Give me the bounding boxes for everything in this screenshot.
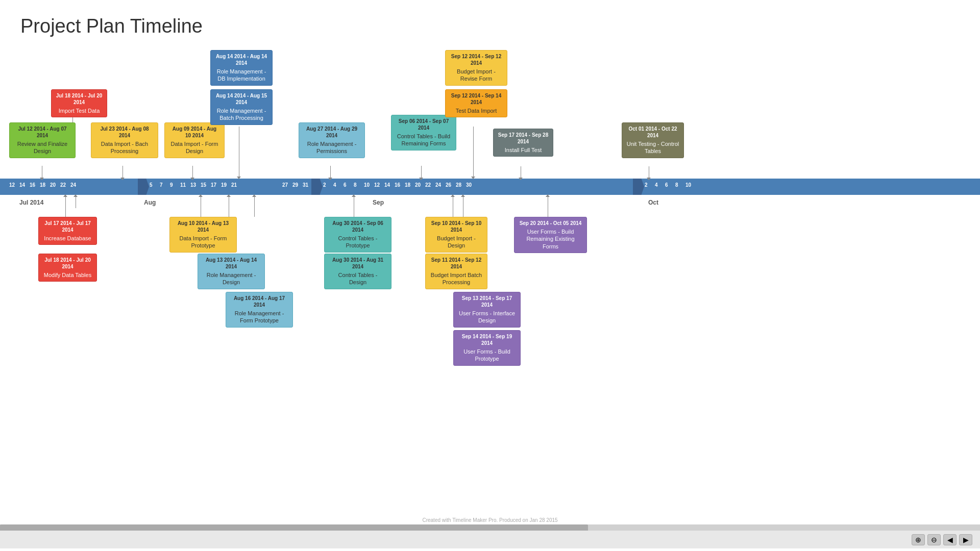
- conn-budget-batch: [463, 195, 463, 217]
- arrow-review: [40, 178, 44, 180]
- arrow-form-design: [190, 178, 194, 180]
- next-button[interactable]: ▶: [959, 534, 972, 545]
- task-role-form-proto[interactable]: Aug 16 2014 - Aug 17 2014 Role Managemen…: [226, 292, 293, 328]
- connector-form-design: [192, 166, 193, 179]
- task-ct-design[interactable]: Aug 30 2014 - Aug 31 2014 Control Tables…: [324, 254, 391, 289]
- task-data-import-form-proto[interactable]: Aug 10 2014 - Aug 13 2014 Data Import - …: [169, 217, 237, 253]
- ruler-section-aug: [138, 179, 149, 195]
- arr-budget-design: [451, 194, 455, 197]
- task-import-test[interactable]: Jul 18 2014 - Jul 20 2014 Import Test Da…: [51, 89, 107, 117]
- ruler-section-oct: [633, 179, 644, 195]
- connector-test-data: [473, 127, 474, 178]
- task-role-db[interactable]: Aug 14 2014 - Aug 14 2014 Role Managemen…: [210, 50, 273, 86]
- task-role-batch[interactable]: Aug 14 2014 - Aug 15 2014 Role Managemen…: [210, 89, 273, 125]
- conn-user-forms: [548, 195, 548, 217]
- task-budget-design[interactable]: Sep 10 2014 - Sep 10 2014 Budget Import …: [425, 217, 487, 253]
- arr-increase-db: [63, 194, 67, 197]
- connector-role-batch: [239, 127, 239, 178]
- arr-role-form-proto: [252, 194, 256, 197]
- conn-role-form-proto: [254, 195, 255, 217]
- arr-budget-batch: [461, 194, 465, 197]
- conn-increase-db: [65, 195, 66, 217]
- connector-ct-remaining: [421, 166, 422, 179]
- connector-batch: [122, 166, 123, 179]
- task-user-forms-proto[interactable]: Sep 14 2014 - Sep 19 2014 User Forms - B…: [453, 330, 521, 366]
- connector-review: [42, 166, 42, 179]
- arr-user-forms: [546, 194, 550, 197]
- conn-modify-tables: [76, 195, 76, 208]
- month-aug: Aug: [144, 199, 156, 206]
- conn-ct-proto: [354, 195, 354, 217]
- arr-modify-tables: [74, 194, 78, 197]
- task-modify-tables[interactable]: Jul 18 2014 - Jul 20 2014 Modify Data Ta…: [38, 254, 97, 282]
- task-data-import-form[interactable]: Aug 09 2014 - Aug 10 2014 Data Import - …: [164, 122, 225, 158]
- prev-button[interactable]: ◀: [943, 534, 957, 545]
- connector-full-test: [521, 166, 521, 179]
- task-ct-prototype[interactable]: Aug 30 2014 - Sep 06 2014 Control Tables…: [324, 217, 391, 253]
- connector-unit-test: [649, 166, 649, 179]
- task-test-data-import[interactable]: Sep 12 2014 - Sep 14 2014 Test Data Impo…: [445, 89, 507, 117]
- month-oct: Oct: [648, 199, 658, 206]
- task-increase-db[interactable]: Jul 17 2014 - Jul 17 2014 Increase Datab…: [38, 217, 97, 245]
- arr-role-design: [227, 194, 231, 197]
- task-user-forms-remaining[interactable]: Sep 20 2014 - Oct 05 2014 User Forms - B…: [514, 217, 587, 253]
- bottom-controls: ⊕ ⊖ ◀ ▶: [0, 531, 980, 548]
- arrow-role-batch: [237, 177, 241, 179]
- task-role-mgmt-design[interactable]: Aug 13 2014 - Aug 14 2014 Role Managemen…: [198, 254, 265, 289]
- task-budget-revise[interactable]: Sep 12 2014 - Sep 12 2014 Budget Import …: [445, 50, 507, 86]
- page: Project Plan Timeline 12 14 16 18 20 22 …: [0, 0, 980, 551]
- task-review-finalize[interactable]: Jul 12 2014 - Aug 07 2014 Review and Fin…: [9, 122, 76, 158]
- arr-form-proto: [199, 194, 203, 197]
- month-sep: Sep: [373, 199, 384, 206]
- arrow-full-test: [519, 178, 523, 180]
- connector-permissions: [330, 166, 331, 179]
- task-ct-remaining[interactable]: Sep 06 2014 - Sep 07 2014 Control Tables…: [391, 115, 456, 151]
- task-user-forms-interface[interactable]: Sep 13 2014 - Sep 17 2014 User Forms - I…: [453, 292, 521, 328]
- task-budget-batch[interactable]: Sep 11 2014 - Sep 12 2014 Budget Import …: [425, 254, 487, 289]
- conn-budget-design: [453, 195, 453, 217]
- timeline-ruler: 12 14 16 18 20 22 24 5 7 9 11 13 15 17 1…: [0, 179, 980, 195]
- page-title: Project Plan Timeline: [20, 15, 203, 37]
- zoom-out-button[interactable]: ⊖: [927, 534, 941, 545]
- arrow-unit-test: [647, 178, 651, 180]
- zoom-controls: ⊕ ⊖ ◀ ▶: [912, 534, 972, 545]
- arrow-permissions: [328, 178, 332, 180]
- task-unit-testing[interactable]: Oct 01 2014 - Oct 22 2014 Unit Testing -…: [622, 122, 684, 158]
- arrow-test-data: [471, 177, 475, 179]
- conn-form-proto: [201, 195, 201, 217]
- task-role-permissions[interactable]: Aug 27 2014 - Aug 29 2014 Role Managemen…: [299, 122, 365, 158]
- arr-ct-proto: [352, 194, 356, 197]
- status-bar: [8, 537, 9, 543]
- conn-role-design: [229, 195, 229, 217]
- ruler-section-sep: [311, 179, 323, 195]
- arrow-batch: [120, 178, 125, 180]
- task-data-import-batch[interactable]: Jul 23 2014 - Aug 08 2014 Data Import - …: [91, 122, 158, 158]
- arrow-ct-remaining: [419, 178, 423, 180]
- task-install-full-test[interactable]: Sep 17 2014 - Sep 28 2014 Install Full T…: [493, 129, 553, 157]
- zoom-in-button[interactable]: ⊕: [912, 534, 925, 545]
- month-jul: Jul 2014: [19, 199, 43, 206]
- watermark: Created with Timeline Maker Pro. Produce…: [422, 517, 557, 523]
